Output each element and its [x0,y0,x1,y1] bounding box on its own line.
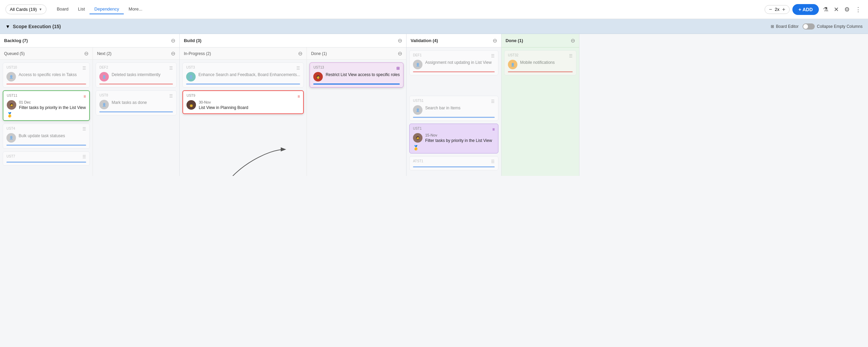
card-ust3[interactable]: UST3 ☰ 👤 Enhance Search and Feedback, Bo… [182,62,304,88]
card-ust8[interactable]: UST8 ☰ 👤 Mark tasks as done [96,90,177,115]
card-menu-icon-def1: ☰ [491,54,495,58]
card-menu-icon-atst1: ☰ [491,159,495,164]
card-menu-icon-def2: ☰ [169,66,173,71]
zoom-out-button[interactable]: − [769,7,772,12]
card-bar-atst1 [413,166,495,167]
done-header: Done (1) ⊖ [501,34,579,48]
card-bar-def1 [413,71,495,72]
done-collapse-btn[interactable]: ⊖ [571,37,575,44]
zoom-control: − 2x + [765,5,790,14]
card-date-ust1: 15-Nov [425,133,495,137]
done-title: Done (1) [506,38,523,43]
card-title-ust4: Bulk update task statuses [19,133,65,139]
build-body: In-Progress (2) ⊖ UST3 ☰ 👤 En [180,48,406,176]
card-ust1[interactable]: UST1 ≡ 🧔 15-Nov Filter tasks by priority… [409,124,498,153]
card-menu-icon-ust7: ☰ [82,154,86,159]
card-def1[interactable]: DEF1 ☰ 👤 Assignment not updating in List… [409,50,498,75]
card-ust7[interactable]: UST7 ☰ [3,151,90,166]
avatar-ust32: 👤 [508,60,517,69]
tab-dependency[interactable]: Dependency [90,4,124,14]
card-ust51[interactable]: UST51 ☰ 👤 Search bar in Items [409,96,498,121]
build-done-title: Done (1) [311,51,327,56]
filter-dropdown[interactable]: All Cards (19) ▼ [5,4,46,14]
clear-icon[interactable]: ✕ [832,4,840,15]
build-title: Build (3) [184,38,201,43]
backlog-body: Queued (5) ⊖ UST10 ☰ 👤 Access [0,48,179,176]
group-icon[interactable]: ⚙ [843,4,851,15]
card-menu-icon-ust3: ☰ [296,66,300,71]
card-id-ust3: UST3 [186,66,195,69]
card-bar-ust4 [6,145,86,146]
card-bar-ust10 [6,84,86,85]
card-date-ust11: 01 Dec [19,100,86,104]
card-id-ust8: UST8 [99,93,108,97]
card-id-ust32: UST32 [508,53,518,57]
tab-more[interactable]: More... [124,4,147,14]
card-bar-ust51 [413,117,495,118]
card-menu-icon-ust11: ≡ [83,94,86,99]
card-bar-ust8 [99,111,173,112]
avatar-ust4: 👤 [6,133,16,143]
top-bar: All Cards (19) ▼ Board List Dependency M… [0,0,868,19]
more-options-icon[interactable]: ⋮ [854,4,863,15]
section-actions: ⊞ Board Editor Collapse Empty Columns [771,23,863,30]
card-menu-icon-ust4: ☰ [82,127,86,131]
collapse-empty-toggle[interactable] [803,23,815,30]
tab-list[interactable]: List [73,4,90,14]
build-collapse-btn[interactable]: ⊖ [398,37,402,44]
backlog-collapse-btn[interactable]: ⊖ [171,37,175,44]
build-done-header: Done (1) ⊖ [307,48,406,60]
zoom-in-button[interactable]: + [782,7,785,12]
done-body: UST32 ☰ 👤 Mobile notifications [501,48,579,176]
card-title-ust13: Restrict List View access to specific ro… [326,72,400,78]
board-editor-button[interactable]: ⊞ Board Editor [771,24,799,29]
card-ust9[interactable]: UST9 ≡ 👨 30-Nov List View in Planning Bo… [182,90,304,114]
queued-title: Queued (5) [4,51,25,56]
card-title-def1: Assignment not updating in List View [425,60,492,66]
queued-header: Queued (5) ⊖ [0,48,93,60]
section-header: ▼ Scope Execution (15) ⊞ Board Editor Co… [0,19,868,34]
card-id-ust10: UST10 [6,66,17,69]
chevron-down-icon: ▼ [39,7,42,11]
card-ust11[interactable]: UST11 ≡ 🧔 01 Dec Filter tasks by priorit… [3,90,90,121]
card-atst1[interactable]: ATST1 ☰ [409,156,498,170]
card-ust32[interactable]: UST32 ☰ 👤 Mobile notifications [504,50,576,75]
collapse-section-icon[interactable]: ▼ [5,24,10,29]
avatar-ust13: 👩 [313,72,323,81]
card-def2[interactable]: DEF2 ☰ 👤 Deleted tasks intermittently [96,62,177,88]
board-editor-icon: ⊞ [771,24,774,29]
avatar-ust51: 👤 [413,105,422,115]
section-title: Scope Execution (15) [13,24,61,29]
card-id-def2: DEF2 [99,66,108,69]
board-scroll: Backlog (7) ⊖ Queued (5) ⊖ UST10 [0,34,868,176]
card-menu-icon-ust32: ☰ [569,54,573,58]
queued-collapse-btn[interactable]: ⊖ [84,50,88,57]
filter-icon[interactable]: ⚗ [822,4,830,15]
avatar-ust11: 🧔 [7,100,16,110]
card-ust13[interactable]: UST13 ⊞ 👩 Restrict List View access to s… [310,62,403,88]
avatar-ust3: 👤 [186,72,196,81]
validation-group: Validation (4) ⊖ DEF1 ☰ 👤 Assignment not… [407,34,501,176]
tab-board[interactable]: Board [52,4,73,14]
inprogress-collapse-btn[interactable]: ⊖ [298,50,302,57]
validation-collapse-btn[interactable]: ⊖ [493,37,497,44]
validation-body: DEF1 ☰ 👤 Assignment not updating in List… [407,48,501,176]
card-id-def1: DEF1 [413,53,422,57]
card-title-ust32: Mobile notifications [520,60,555,66]
build-done-collapse-btn[interactable]: ⊖ [398,50,402,57]
next-title: Next (2) [97,51,112,56]
validation-header: Validation (4) ⊖ [407,34,501,48]
next-collapse-btn[interactable]: ⊖ [171,50,175,57]
view-tabs: Board List Dependency More... [52,4,147,14]
card-menu-icon-ust1: ≡ [492,127,495,132]
add-button[interactable]: + ADD [792,4,819,15]
avatar-def2: 👤 [99,72,109,81]
card-ust4[interactable]: UST4 ☰ 👤 Bulk update task statuses [3,124,90,149]
card-ust10[interactable]: UST10 ☰ 👤 Access to specific roles in Ta… [3,62,90,88]
card-title-ust3: Enhance Search and Feedback, Board Enhan… [198,72,300,78]
queued-body: UST10 ☰ 👤 Access to specific roles in Ta… [0,60,93,176]
avatar-def1: 👤 [413,60,422,69]
card-id-ust51: UST51 [413,99,423,103]
queued-col: Queued (5) ⊖ UST10 ☰ 👤 Access [0,48,93,176]
backlog-group: Backlog (7) ⊖ Queued (5) ⊖ UST10 [0,34,180,176]
